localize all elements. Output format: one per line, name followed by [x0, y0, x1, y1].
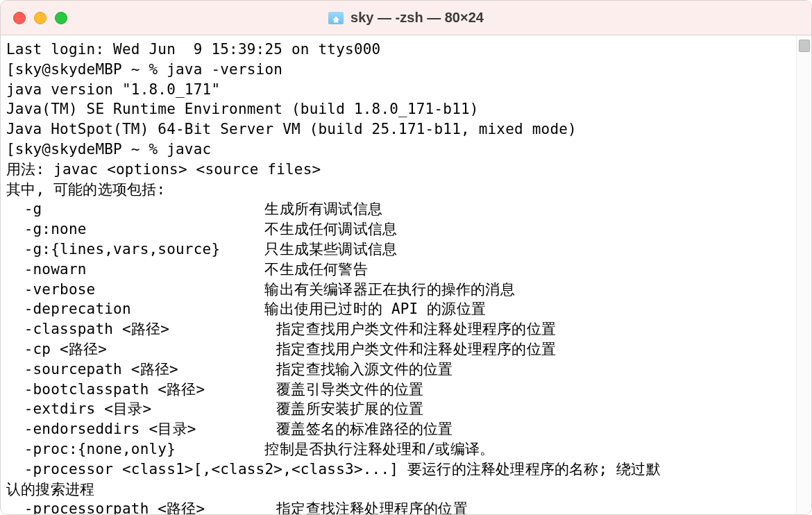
option-row: -cp <路径> 指定查找用户类文件和注释处理程序的位置 — [6, 339, 790, 360]
option-row: -g 生成所有调试信息 — [6, 199, 790, 219]
terminal-body: Last login: Wed Jun 9 15:39:25 on ttys00… — [1, 35, 811, 514]
option-row: -processorpath <路径> 指定查找注释处理程序的位置 — [6, 499, 790, 514]
option-row: -nowarn 不生成任何警告 — [6, 260, 790, 280]
vertical-scrollbar[interactable] — [796, 35, 811, 514]
option-row: -g:none 不生成任何调试信息 — [6, 219, 790, 239]
command-2: javac — [167, 141, 211, 158]
terminal-output[interactable]: Last login: Wed Jun 9 15:39:25 on ttys00… — [1, 35, 796, 514]
java-hotspot-line: Java HotSpot(TM) 64-Bit Server VM (build… — [6, 119, 790, 140]
home-folder-icon — [328, 12, 344, 24]
bracket-open — [6, 141, 15, 158]
terminal-window: sky — -zsh — 80×24 Last login: Wed Jun 9… — [0, 0, 812, 515]
prompt-line-2: sky@skydeMBP ~ % javac — [6, 140, 790, 160]
where-line: 其中, 可能的选项包括: — [6, 180, 790, 200]
minimize-icon[interactable] — [34, 12, 46, 24]
title-text: sky — -zsh — 80×24 — [350, 10, 484, 26]
option-row: -extdirs <目录> 覆盖所安装扩展的位置 — [6, 399, 790, 419]
usage-line: 用法: javac <options> <source files> — [6, 160, 790, 180]
option-row: -proc:{none,only} 控制是否执行注释处理和/或编译。 — [6, 439, 790, 459]
bracket-open — [6, 61, 15, 78]
option-row: -processor <class1>[,<class2>,<class3>..… — [6, 459, 790, 480]
zoom-icon[interactable] — [55, 12, 67, 24]
window-title: sky — -zsh — 80×24 — [1, 10, 811, 26]
option-row: -sourcepath <路径> 指定查找输入源文件的位置 — [6, 360, 790, 380]
prompt-line-1: sky@skydeMBP ~ % java -version — [6, 60, 790, 80]
prompt-text: sky@skydeMBP ~ % — [15, 61, 167, 78]
wrap-line: 认的搜索进程 — [6, 480, 790, 500]
java-version-line: java version "1.8.0_171" — [6, 80, 790, 100]
scrollbar-thumb[interactable] — [799, 40, 810, 52]
close-icon[interactable] — [13, 12, 26, 24]
option-row: -endorseddirs <目录> 覆盖签名的标准路径的位置 — [6, 419, 790, 439]
option-row: -g:{lines,vars,source} 只生成某些调试信息 — [6, 239, 790, 260]
last-login-line: Last login: Wed Jun 9 15:39:25 on ttys00… — [6, 40, 790, 60]
option-row: -verbose 输出有关编译器正在执行的操作的消息 — [6, 280, 790, 300]
java-runtime-line: Java(TM) SE Runtime Environment (build 1… — [6, 99, 790, 119]
command-1: java -version — [167, 61, 282, 78]
traffic-lights — [13, 12, 67, 24]
prompt-text: sky@skydeMBP ~ % — [15, 141, 167, 158]
option-row: -deprecation 输出使用已过时的 API 的源位置 — [6, 299, 790, 319]
option-row: -classpath <路径> 指定查找用户类文件和注释处理程序的位置 — [6, 319, 790, 339]
option-row: -bootclasspath <路径> 覆盖引导类文件的位置 — [6, 380, 790, 400]
titlebar[interactable]: sky — -zsh — 80×24 — [1, 1, 811, 35]
